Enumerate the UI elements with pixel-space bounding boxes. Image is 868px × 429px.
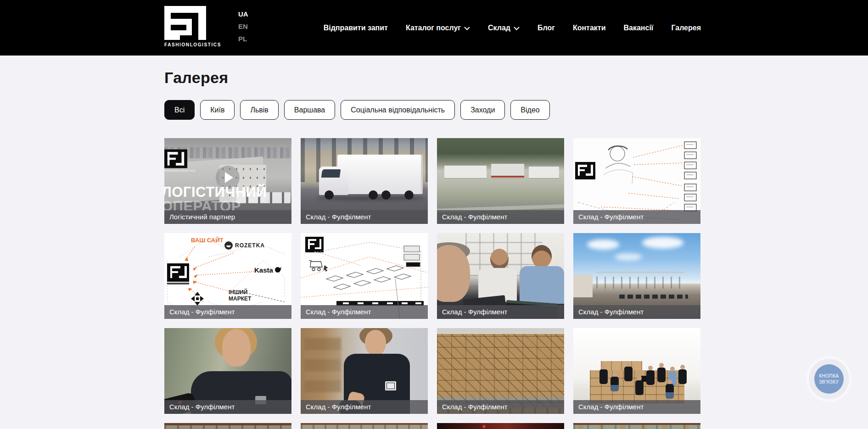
connect-button-inner: КНОПКА ЗВ'ЯЗКУ [814, 364, 844, 394]
tile-art [610, 372, 619, 392]
tile-art [365, 330, 386, 356]
gallery-tile-dark-red[interactable] [437, 423, 564, 429]
filter-social-responsibility[interactable]: Соціальна відповідальність [341, 100, 455, 120]
diagram-label-rozetka: ROZETKA [235, 242, 265, 249]
tile-caption: Склад - Фулфілмент [437, 210, 564, 224]
filter-all[interactable]: Всі [164, 100, 195, 120]
lang-en[interactable]: EN [238, 20, 248, 33]
gallery-tile-truck[interactable]: Склад - Фулфілмент [301, 138, 428, 224]
filter-video[interactable]: Відео [510, 100, 549, 120]
tile-art [325, 190, 334, 200]
filter-kyiv[interactable]: Київ [200, 100, 235, 120]
tile-art [490, 249, 509, 270]
tile-caption: Склад - Фулфілмент [301, 210, 428, 224]
filter-warsaw[interactable]: Варшава [284, 100, 335, 120]
chevron-down-icon [464, 27, 470, 30]
gallery-tile-racks[interactable] [164, 423, 291, 429]
tile-art [444, 166, 487, 178]
tile-art [587, 240, 619, 250]
gallery-tile-engineer-sketch[interactable]: Склад - Фулфілмент [573, 138, 700, 224]
tile-art [657, 363, 666, 383]
gallery-tile-aerial-park[interactable]: Склад - Фулфілмент [437, 138, 564, 224]
tile-art [532, 245, 552, 268]
tile-art [321, 169, 341, 178]
gallery-tile-office-meeting[interactable]: Склад - Фулфілмент [437, 233, 564, 319]
filter-events[interactable]: Заходи [460, 100, 505, 120]
nav-services-catalog[interactable]: Каталог послуг [406, 24, 470, 32]
tile-art [624, 362, 633, 382]
tile-caption: Склад - Фулфілмент [164, 305, 291, 319]
chevron-down-icon [514, 27, 520, 30]
brand-logo[interactable]: FASHIONLOGISTICS [164, 6, 207, 47]
tile-art [642, 237, 683, 249]
tile-art [337, 155, 423, 194]
tile-art [304, 337, 341, 392]
filter-lviv[interactable]: Львів [240, 100, 278, 120]
tile-art [381, 190, 391, 200]
tile-caption: Склад - Фулфілмент [164, 400, 291, 414]
nav-gallery[interactable]: Галерея [671, 24, 701, 32]
nav-contacts[interactable]: Контакти [573, 24, 606, 32]
nav-blog[interactable]: Блог [538, 24, 555, 32]
tile-art [491, 176, 524, 178]
tile-caption: Склад - Фулфілмент [437, 305, 564, 319]
gallery-tile-box-stacks[interactable]: Склад - Фулфілмент [437, 328, 564, 414]
site-header: FASHIONLOGISTICS UA EN PL Відправити зап… [0, 0, 868, 56]
tile-art [483, 425, 485, 428]
watermark-logo: FASHIONLOGISTICS [164, 149, 188, 172]
tile-art [385, 381, 396, 390]
tile-caption: Склад - Фулфілмент [573, 210, 700, 224]
nav-vacancies[interactable]: Вакансії [624, 24, 654, 32]
nav-warehouse[interactable]: Склад [488, 24, 520, 32]
tile-caption: Логістичний партнер [164, 210, 291, 224]
page-title: Галерея [164, 69, 228, 87]
tile-art [599, 365, 608, 385]
nav-send-request[interactable]: Відправити запит [324, 24, 388, 32]
tile-caption: Склад - Фулфілмент [573, 305, 700, 319]
tile-art [573, 274, 593, 297]
lang-pl[interactable]: PL [238, 33, 248, 45]
tile-art [529, 167, 559, 178]
tile-caption: Склад - Фулфілмент [301, 400, 428, 414]
gallery-tile-worker-closeup[interactable]: Склад - Фулфілмент [164, 328, 291, 414]
connect-button-label-line2: ЗВ'ЯЗКУ [819, 379, 839, 385]
tile-caption: Склад - Фулфілмент [573, 400, 700, 414]
tile-art [404, 190, 414, 200]
tile-caption: Склад - Фулфілмент [437, 400, 564, 414]
gallery-tile-racks-person[interactable] [301, 423, 428, 429]
gallery-tile-warehouse-scheme[interactable]: Склад - Фулфілмент [301, 233, 428, 319]
diagram-label-your-site: ВАШ САЙТ [191, 237, 224, 244]
tile-art [615, 253, 642, 261]
gallery-filters: Всі Київ Львів Варшава Соціальна відпові… [164, 100, 550, 120]
tile-art [369, 190, 378, 200]
gallery-tile-racks-boxes[interactable] [573, 423, 700, 429]
tile-art [646, 366, 655, 386]
tile-caption: Склад - Фулфілмент [301, 305, 428, 319]
gallery-tile-team-photo[interactable]: Склад - Фулфілмент [573, 328, 700, 414]
lang-ua[interactable]: UA [238, 8, 248, 20]
diagram-label-other-market: ІНШИЙ [229, 289, 247, 295]
brand-name: FASHIONLOGISTICS [164, 42, 207, 47]
language-switcher: UA EN PL [238, 8, 248, 45]
connect-button[interactable]: КНОПКА ЗВ'ЯЗКУ [809, 359, 849, 399]
gallery-tile-warehouse-building[interactable]: Склад - Фулфілмент [573, 233, 700, 319]
gallery-tile-channels-diagram[interactable]: ВАШ САЙТ ROZETKA Kasta ІНШИЙ МАРКЕТ Скла… [164, 233, 291, 319]
diagram-label-kasta: Kasta [254, 266, 273, 274]
main-nav: Відправити запит Каталог послуг Склад Бл… [324, 0, 701, 56]
diagram-label-other-market: МАРКЕТ [229, 295, 251, 302]
tile-art [619, 295, 688, 299]
tile-art [678, 365, 687, 385]
tile-art [520, 266, 564, 304]
tile-art [222, 329, 251, 367]
tile-art [635, 376, 644, 396]
brand-logo-icon [164, 6, 207, 40]
gallery-grid: FASHIONLOGISTICS ЛОГІСТИЧНИЙ ОПЕРАТОР Ло… [164, 138, 700, 429]
connect-button-label-line1: КНОПКА [819, 373, 839, 379]
gallery-tile-worker-scanner[interactable]: Склад - Фулфілмент [301, 328, 428, 414]
gallery-tile-video-logistics-operator[interactable]: FASHIONLOGISTICS ЛОГІСТИЧНИЙ ОПЕРАТОР Ло… [164, 138, 291, 224]
tile-art [665, 379, 674, 400]
